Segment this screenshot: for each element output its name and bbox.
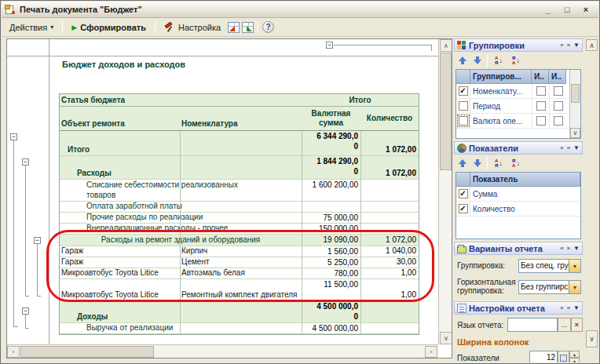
scroll-left-icon[interactable]: ‹ [7,346,20,358]
checkbox-unchecked[interactable] [459,116,468,126]
table-row[interactable]: ГаражКирпич1 560,001 040,00 [60,246,419,257]
report-language-input[interactable] [507,318,558,332]
indicator-row-quantity[interactable]: ✓ Количество [456,202,580,217]
minimize-button[interactable]: _ [542,5,554,14]
table-row[interactable]: Прочие расходы по реализации75 000,00 [60,213,419,224]
grouping-row-currency[interactable]: Валюта опе... [456,114,580,129]
checkbox-checked[interactable]: ✓ [459,204,468,213]
outline-collapse-icon-income[interactable]: − [22,308,29,315]
checkbox-unchecked[interactable] [459,101,468,111]
table-header-row[interactable]: Объект ремонта Номенклатура Валютная сум… [60,107,419,131]
table-row[interactable]: Доходы4 500 000,00 [60,301,419,323]
indicator-row-sum[interactable]: ✓ Сумма [456,187,580,202]
indicators-panel-header[interactable]: Показатели « » ▼ [454,141,583,155]
collapse-groups-icon[interactable] [228,22,240,33]
horizontal-scroll-thumb[interactable] [20,346,154,358]
report-settings-panel-header[interactable]: Настройки отчета « » ▼ [454,301,583,315]
panel-menu-icon[interactable]: ▼ [573,42,580,49]
scroll-right-icon[interactable]: › [425,346,437,358]
panel-prev-icon[interactable]: « [560,144,563,151]
panels-scroll-down-icon[interactable]: ∨ [586,330,598,348]
sort-ascending-icon[interactable]: АЯ ↓ [491,54,507,67]
checkbox-checked[interactable]: ✓ [459,189,468,198]
table-header-row[interactable]: Статья бюджета Итого [60,94,419,107]
checkbox-unchecked[interactable] [536,86,546,96]
column-group-collapse-icon[interactable]: − [326,42,333,49]
panel-next-icon[interactable]: » [567,304,570,311]
checkbox-unchecked[interactable] [536,101,546,111]
report-language-label: Язык отчета: [457,321,503,329]
panel-next-icon[interactable]: » [567,245,570,252]
grouping-row-period[interactable]: Период [456,99,580,114]
table-row[interactable]: Оплата заработной платы [60,202,419,213]
table-row[interactable]: Микроавтобус Toyota LiticeАвтоэмаль бела… [60,268,419,279]
sort-descending-icon[interactable]: ЯА ↓ [508,54,524,67]
grouping-row-nomenclature[interactable]: ✓ Номенклату... [456,84,580,99]
move-down-button[interactable] [470,157,484,170]
move-down-button[interactable] [470,54,484,67]
sheet-table-rows: Итого6 344 290,001 072,00Расходы1 844 29… [60,131,419,334]
table-row[interactable]: Списание себестоимости реализованных тов… [60,180,419,202]
settings-label: Настройка [178,23,221,32]
indicators-width-label: Показатели [457,354,499,362]
panel-prev-icon[interactable]: « [560,245,563,252]
table-row[interactable]: Микроавтобус Toyota LiticeРемонтный комп… [60,279,419,301]
panels-scroll-up-icon[interactable]: ∧ [586,39,598,51]
grouping-select-label: Группировка: [457,261,518,270]
horizontal-scrollbar[interactable]: ‹ › [7,344,438,358]
browse-button[interactable]: ... [558,318,571,332]
outline-collapse-icon-level1[interactable]: − [10,133,17,140]
close-button[interactable]: × [580,5,592,14]
indicators-width-input[interactable]: 12 [529,351,558,362]
table-row[interactable]: ГаражЦемент5 250,0030,00 [60,257,419,268]
panel-next-icon[interactable]: » [567,144,570,151]
horizontal-grouping-select[interactable]: Без группирс ▼ [518,280,581,294]
panel-menu-icon[interactable]: ▼ [573,245,580,252]
table-row[interactable]: Выручка от реализации4 500 000,00 [60,323,419,334]
chevron-down-icon[interactable]: ▼ [569,281,580,293]
table-row[interactable]: Внереализационные расходы - прочее150 00… [60,224,419,235]
report-variants-panel-header[interactable]: Варианты отчета « » ▼ [454,242,583,255]
checkbox-unchecked[interactable] [554,101,563,111]
table-row[interactable]: Итого6 344 290,001 072,00 [60,131,419,156]
scroll-up-icon[interactable]: ∧ [440,39,452,52]
help-icon[interactable]: ? [262,21,274,33]
panel-prev-icon[interactable]: « [560,304,563,311]
checkbox-unchecked[interactable] [536,116,546,126]
scroll-down-icon[interactable]: ∨ [440,332,452,344]
actions-menu-button[interactable]: Действия ▾ [5,20,58,35]
settings-button[interactable]: Настройка [159,20,225,35]
sort-descending-icon[interactable]: ЯА ↓ [508,157,524,169]
spin-up-icon[interactable]: ▲ [569,351,580,358]
table-row[interactable]: Расходы на ремонт зданий и оборудования1… [60,235,419,246]
checkbox-checked[interactable]: ✓ [459,86,468,96]
maximize-button[interactable]: □ [561,5,573,14]
grid-scrollbar[interactable]: ∨ [569,70,580,138]
scroll-down-icon[interactable]: ∨ [570,128,580,138]
generate-label: Сформировать [80,23,146,32]
clear-button[interactable]: × [571,318,583,332]
grouping-select[interactable]: Без спец. гру ▼ [518,259,581,273]
table-row[interactable]: Расходы1 844 290,001 072,00 [60,156,419,180]
panel-next-icon[interactable]: » [567,42,570,49]
checkbox-unchecked[interactable] [554,86,563,96]
toolbar-separator [258,21,258,34]
checkbox-unchecked[interactable] [554,116,563,126]
panel-menu-icon[interactable]: ▼ [573,304,580,311]
outline-collapse-icon-expenses[interactable]: − [22,158,29,166]
generate-button[interactable]: ▶ Сформировать [67,20,151,35]
calculator-icon[interactable] [558,351,569,362]
groupings-panel-header[interactable]: Группировки « » ▼ [454,38,583,52]
panel-menu-icon[interactable]: ▼ [573,144,580,151]
sort-ascending-icon[interactable]: АЯ ↓ [491,157,507,169]
vertical-scrollbar[interactable]: ∧ ∨ [438,39,452,344]
move-up-button[interactable] [455,157,469,170]
spin-down-icon[interactable]: ▼ [569,358,580,362]
move-up-button[interactable] [455,54,469,67]
vertical-scroll-thumb[interactable] [440,53,452,170]
outline-collapse-icon-repairs[interactable]: − [34,237,41,244]
grid-scroll-thumb[interactable] [571,84,580,103]
panel-prev-icon[interactable]: « [560,42,563,49]
chevron-down-icon[interactable]: ▼ [569,260,580,272]
expand-groups-icon[interactable] [242,22,254,33]
